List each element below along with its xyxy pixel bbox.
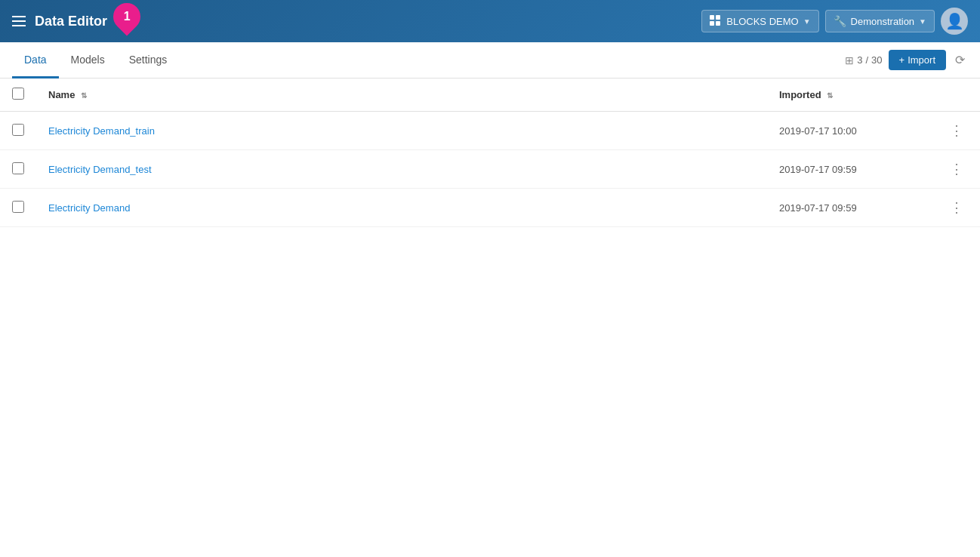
- row-checkbox-1[interactable]: [12, 162, 24, 174]
- row-actions-cell: ⋮: [933, 150, 980, 189]
- select-all-checkbox[interactable]: [12, 88, 24, 100]
- blocks-demo-label: BLOCKS DEMO: [726, 16, 798, 27]
- row-imported-cell: 2019-07-17 09:59: [767, 189, 933, 227]
- count-current: 3: [857, 54, 862, 66]
- main-content: Name ⇅ Imported ⇅ Electricity Demand_tra…: [0, 78, 980, 557]
- count-separator: /: [865, 54, 868, 66]
- refresh-button[interactable]: ⟳: [952, 50, 968, 70]
- table-row: Electricity Demand_test 2019-07-17 09:59…: [0, 150, 980, 189]
- row-timestamp: 2019-07-17 09:59: [779, 202, 857, 214]
- tab-models[interactable]: Models: [59, 43, 117, 78]
- row-checkbox-cell: [0, 189, 36, 227]
- table-header-row: Name ⇅ Imported ⇅: [0, 78, 980, 112]
- svg-rect-0: [710, 15, 714, 20]
- row-checkbox-cell: [0, 112, 36, 150]
- table-row: Electricity Demand_train 2019-07-17 10:0…: [0, 112, 980, 150]
- badge-circle: 1: [108, 0, 146, 35]
- row-more-actions-button[interactable]: ⋮: [945, 121, 968, 140]
- user-icon: 👤: [945, 12, 964, 30]
- blocks-demo-dropdown[interactable]: BLOCKS DEMO ▼: [701, 10, 818, 32]
- tab-bar: Data Models Settings: [12, 42, 845, 78]
- svg-rect-1: [716, 15, 720, 20]
- record-count: ⊞ 3 / 30: [845, 54, 882, 66]
- badge-number: 1: [124, 10, 131, 23]
- row-imported-cell: 2019-07-17 09:59: [767, 150, 933, 189]
- svg-rect-2: [710, 21, 714, 26]
- demonstration-dropdown[interactable]: 🔧 Demonstration ▼: [825, 10, 935, 32]
- row-name-link[interactable]: Electricity Demand: [48, 202, 130, 214]
- tab-data[interactable]: Data: [12, 43, 59, 78]
- hamburger-icon[interactable]: [12, 16, 26, 26]
- toolbar-right: ⊞ 3 / 30 + Import ⟳: [845, 50, 968, 70]
- row-timestamp: 2019-07-17 10:00: [779, 125, 857, 137]
- row-name-link[interactable]: Electricity Demand_test: [48, 164, 152, 175]
- row-name-cell: Electricity Demand_train: [36, 112, 767, 150]
- chevron-down-icon-2: ▼: [919, 17, 926, 26]
- wrench-icon: 🔧: [834, 15, 846, 27]
- table-row: Electricity Demand 2019-07-17 09:59 ⋮: [0, 189, 980, 227]
- data-table: Name ⇅ Imported ⇅ Electricity Demand_tra…: [0, 78, 980, 227]
- row-checkbox-cell: [0, 150, 36, 189]
- row-actions-cell: ⋮: [933, 112, 980, 150]
- table-body: Electricity Demand_train 2019-07-17 10:0…: [0, 112, 980, 227]
- grid-icon: [710, 15, 722, 27]
- import-button[interactable]: + Import: [889, 50, 946, 70]
- import-plus-icon: +: [899, 54, 905, 66]
- count-total: 30: [871, 54, 882, 66]
- svg-rect-3: [716, 21, 720, 26]
- name-column-header[interactable]: Name ⇅: [36, 78, 767, 112]
- app-title: Data Editor: [35, 14, 107, 29]
- nav-right: BLOCKS DEMO ▼ 🔧 Demonstration ▼ 👤: [701, 8, 968, 35]
- row-timestamp: 2019-07-17 09:59: [779, 164, 857, 175]
- imported-column-header[interactable]: Imported ⇅: [767, 78, 933, 112]
- row-name-cell: Electricity Demand_test: [36, 150, 767, 189]
- row-checkbox-2[interactable]: [12, 201, 24, 213]
- actions-column-header: [933, 78, 980, 112]
- row-more-actions-button[interactable]: ⋮: [945, 159, 968, 179]
- row-actions-cell: ⋮: [933, 189, 980, 227]
- name-sort-icon: ⇅: [81, 91, 87, 100]
- select-all-header: [0, 78, 36, 112]
- chevron-down-icon: ▼: [803, 17, 811, 26]
- row-imported-cell: 2019-07-17 10:00: [767, 112, 933, 150]
- avatar[interactable]: 👤: [941, 8, 968, 35]
- row-more-actions-button[interactable]: ⋮: [945, 198, 968, 217]
- row-checkbox-0[interactable]: [12, 124, 24, 136]
- table-icon: ⊞: [845, 54, 854, 66]
- row-name-cell: Electricity Demand: [36, 189, 767, 227]
- sub-navigation: Data Models Settings ⊞ 3 / 30 + Import ⟳: [0, 42, 980, 78]
- imported-sort-icon: ⇅: [827, 91, 833, 100]
- demonstration-label: Demonstration: [851, 16, 915, 27]
- top-navigation: Data Editor 1 BLOCKS DEMO ▼ 🔧 Demonstrat…: [0, 0, 980, 42]
- tab-settings[interactable]: Settings: [117, 43, 180, 78]
- nav-left: Data Editor 1: [12, 9, 701, 33]
- row-name-link[interactable]: Electricity Demand_train: [48, 125, 155, 137]
- notification-badge[interactable]: 1: [116, 9, 140, 33]
